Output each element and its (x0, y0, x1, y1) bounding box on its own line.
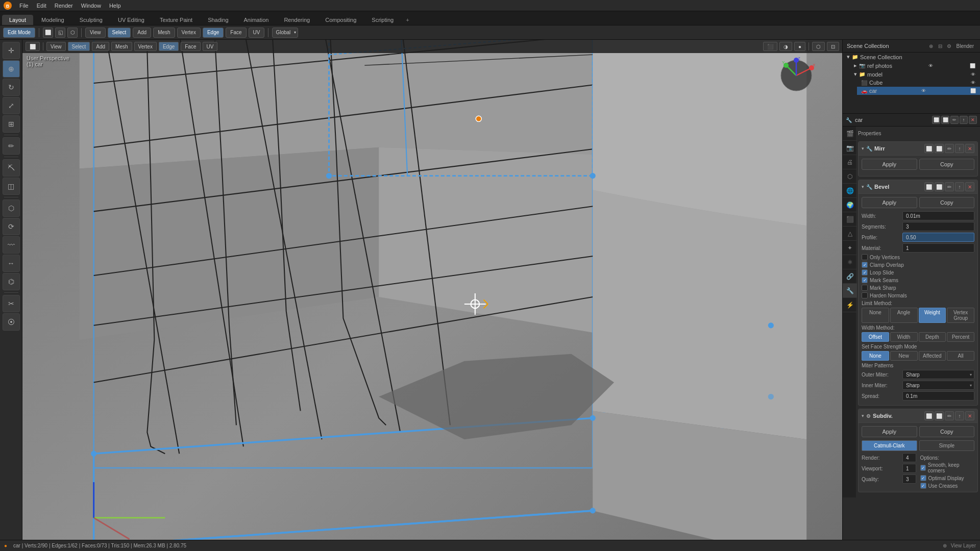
tab-scripting[interactable]: Scripting (364, 15, 401, 25)
harden-normals-check[interactable]: Harden Normals (862, 292, 907, 298)
viewport-view-menu[interactable]: View (46, 42, 66, 51)
prop-icon-constraints[interactable]: 🔗 (843, 269, 857, 284)
prop-icon-particles[interactable]: ✦ (843, 241, 857, 255)
outliner-scene-collection[interactable]: ▾ 📁 Scene Collection (843, 53, 980, 61)
bevel-apply-btn[interactable]: Apply (862, 197, 917, 208)
select-btn[interactable]: Select (108, 28, 131, 38)
mirror-up-icon[interactable]: ↑ (955, 144, 964, 153)
menu-edit[interactable]: Edit (33, 2, 51, 10)
loop-slide-check[interactable]: ✓ Loop Slide (862, 269, 894, 276)
mark-seams-check[interactable]: ✓ Mark Seams (862, 277, 898, 283)
edge-slide-tool[interactable]: ↔ (3, 255, 20, 272)
props-render-btn[interactable]: ⬜ (941, 116, 949, 124)
prop-icon-scene-props[interactable]: 🌐 (843, 184, 857, 198)
limit-weight-btn[interactable]: Weight (919, 308, 946, 323)
viewport-vertex-menu[interactable]: Vertex (134, 42, 157, 51)
car-eye-icon[interactable]: 👁 (920, 88, 926, 94)
inner-miter-dropdown[interactable]: Sharp (902, 381, 974, 390)
outliner-model[interactable]: ▾ 📁 model 👁 (850, 70, 980, 79)
transform-global-dropdown[interactable]: Global (272, 28, 298, 38)
limit-vertex-group-btn[interactable]: Vertex Group (947, 308, 974, 323)
optimal-display-check[interactable]: ✓ Optimal Display (920, 475, 975, 481)
prop-icon-shader[interactable]: ⚡ (843, 298, 857, 312)
prop-icon-output[interactable]: 🖨 (843, 155, 857, 169)
menu-help[interactable]: Help (105, 2, 125, 10)
face-btn[interactable]: Face (226, 28, 246, 38)
bevel-material-value[interactable]: 1 (902, 243, 974, 253)
mirror-edit-icon[interactable]: ✏ (945, 144, 954, 153)
use-creases-check[interactable]: ✓ Use Creases (920, 483, 975, 489)
viewport-mesh-menu[interactable]: Mesh (111, 42, 132, 51)
viewport[interactable]: ⬜ View Select Add Mesh Vertex Edge Face … (22, 40, 842, 540)
prop-icon-world[interactable]: 🌍 (843, 198, 857, 212)
simple-btn[interactable]: Simple (919, 440, 975, 451)
viewport-editor-type-btn[interactable]: ⬜ (26, 42, 40, 51)
bevel-width-value[interactable]: 0.01m (902, 211, 974, 220)
viewport-edge-menu[interactable]: Edge (159, 42, 179, 51)
knife-tool[interactable]: ⛏ (3, 159, 20, 177)
subdiv-viewport-value[interactable]: 1 (902, 464, 916, 473)
limit-angle-btn[interactable]: Angle (890, 308, 918, 323)
subdiv-copy-btn[interactable]: Copy (919, 426, 975, 437)
uv-btn[interactable]: UV (249, 28, 265, 38)
car-render-icon[interactable]: ⬜ (970, 88, 976, 94)
vertex-btn[interactable]: Vertex (177, 28, 201, 38)
props-delete-btn[interactable]: ✕ (969, 116, 977, 124)
subdiv-render-icon[interactable]: ⬜ (935, 411, 944, 420)
prop-icon-render[interactable]: 📷 (843, 141, 857, 155)
spread-value[interactable]: 0.1m (902, 391, 974, 400)
rotate-tool[interactable]: ↻ (3, 79, 20, 96)
viewport-shading-material[interactable]: ◑ (779, 42, 792, 51)
viewport-face-menu[interactable]: Face (181, 42, 200, 51)
menu-file[interactable]: File (15, 2, 33, 10)
prop-icon-mesh[interactable]: △ (843, 227, 857, 241)
add-workspace-button[interactable]: + (402, 15, 413, 25)
ref-photos-eye-icon[interactable]: 👁 (928, 63, 934, 69)
poly-build-tool[interactable]: ⬡ (3, 199, 20, 217)
tab-modeling[interactable]: Modeling (34, 15, 71, 25)
subdiv-render-value[interactable]: 4 (902, 453, 916, 462)
cube-eye-icon[interactable]: 👁 (970, 80, 976, 86)
prop-icon-view-layer[interactable]: ⬡ (843, 169, 857, 184)
bevel-delete-icon[interactable]: ✕ (965, 182, 974, 191)
tab-uv-editing[interactable]: UV Editing (111, 15, 152, 25)
overlay-btn[interactable]: ◱ (55, 28, 65, 38)
outliner-car[interactable]: 🚗 car 👁 ⬜ (857, 87, 980, 95)
prop-icon-object[interactable]: ⬛ (843, 212, 857, 227)
transform-tool[interactable]: ⊞ (3, 115, 20, 133)
prop-icon-physics[interactable]: ⚛ (843, 255, 857, 269)
tab-sculpting[interactable]: Sculpting (72, 15, 110, 25)
bevel-realtime-icon[interactable]: ⬜ (924, 182, 934, 191)
edit-mode-dropdown[interactable]: Edit Mode (3, 28, 35, 38)
model-eye-icon[interactable]: 👁 (970, 71, 976, 78)
subdiv-up-icon[interactable]: ↑ (955, 411, 964, 420)
subdiv-realtime-icon[interactable]: ⬜ (924, 411, 934, 420)
bevel-expand-icon[interactable]: ▾ (862, 184, 864, 189)
bevel-edit-icon[interactable]: ✏ (945, 182, 954, 191)
viewport-uv-menu[interactable]: UV (203, 42, 218, 51)
bevel-segments-value[interactable]: 3 (902, 222, 974, 231)
subdiv-edit-icon[interactable]: ✏ (945, 411, 954, 420)
subdiv-apply-btn[interactable]: Apply (862, 426, 917, 437)
mirror-render-icon[interactable]: ⬜ (935, 144, 944, 153)
prop-icon-scene[interactable]: 🎬 (843, 127, 857, 141)
menu-render[interactable]: Render (51, 2, 77, 10)
width-depth-btn[interactable]: Depth (919, 332, 946, 342)
outliner-ref-photos[interactable]: ▸ 📷 ref photos 👁 ⬜ (850, 61, 980, 70)
tab-layout[interactable]: Layout (2, 15, 33, 25)
catmull-clark-btn[interactable]: Catmull-Clark (862, 440, 917, 451)
push-pull-tool[interactable]: ⦿ (3, 313, 20, 331)
annotate-tool[interactable]: ✏ (3, 137, 20, 155)
subdiv-quality-value[interactable]: 3 (902, 474, 916, 484)
smooth-corners-check[interactable]: ✓ Smooth, keep corners (920, 462, 975, 473)
outer-miter-dropdown[interactable]: Sharp (902, 370, 974, 379)
mirror-delete-icon[interactable]: ✕ (965, 144, 974, 153)
face-affected-btn[interactable]: Affected (919, 351, 946, 361)
props-realtime-btn[interactable]: ⬜ (932, 116, 940, 124)
width-width-btn[interactable]: Width (890, 332, 918, 342)
add-btn[interactable]: Add (133, 28, 151, 38)
edge-btn[interactable]: Edge (203, 28, 224, 38)
spin-tool[interactable]: ⟳ (3, 218, 20, 235)
clamp-overlap-check[interactable]: ✓ Clamp Overlap (862, 262, 904, 268)
scene-icon-1[interactable]: ⊕ (927, 42, 935, 50)
